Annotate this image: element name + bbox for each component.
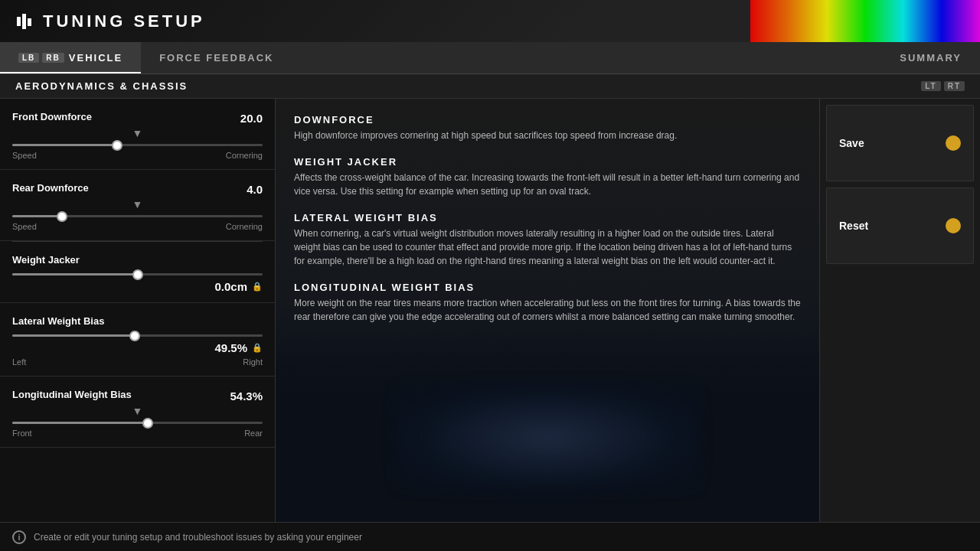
weight-jacker-header: Weight Jacker	[12, 254, 263, 269]
info-icon: i	[12, 530, 26, 544]
save-label: Save	[839, 137, 864, 149]
header-rainbow	[750, 0, 980, 42]
longitudinal-weight-bias-track	[12, 422, 263, 424]
longitudinal-weight-bias-label-front: Front	[12, 429, 32, 438]
longitudinal-weight-bias-labels: Front Rear	[12, 429, 263, 438]
rear-downforce-labels: Speed Cornering	[12, 222, 263, 231]
rear-downforce-label-cornering: Cornering	[226, 222, 263, 231]
action-panel: Save Reset	[819, 99, 980, 522]
rear-downforce-header: Rear Downforce 4.0	[12, 182, 263, 197]
save-dot	[946, 135, 961, 151]
lateral-weight-bias-label-left: Left	[12, 357, 26, 367]
weight-jacker-lock-icon: 🔒	[252, 282, 263, 292]
weight-jacker-thumb	[132, 269, 143, 280]
info-lateral-weight-bias: LATERAL WEIGHT BIAS When cornering, a ca…	[294, 212, 801, 268]
front-downforce-fill	[12, 144, 117, 146]
front-downforce-labels: Speed Cornering	[12, 151, 263, 160]
rear-downforce-thumb	[57, 211, 67, 222]
info-longitudinal-weight-bias-title: LONGITUDINAL WEIGHT BIAS	[294, 282, 801, 293]
rear-downforce-chevron: ▼	[132, 198, 143, 210]
info-weight-jacker: WEIGHT JACKER Affects the cross-weight b…	[294, 156, 801, 198]
longitudinal-weight-bias-title[interactable]: Longitudinal Weight Bias	[12, 389, 132, 400]
left-panel: Front Downforce 20.0 ▼ Speed Cornering	[0, 99, 276, 522]
info-icon-symbol: i	[18, 533, 20, 542]
right-info-panel: DOWNFORCE High downforce improves corner…	[276, 99, 819, 522]
weight-jacker-fill	[12, 273, 138, 276]
tab-vehicle-label: VEHICLE	[69, 52, 122, 64]
longitudinal-weight-bias-value: 54.3%	[230, 390, 263, 403]
front-downforce-header: Front Downforce 20.0	[12, 111, 263, 126]
setting-weight-jacker: Weight Jacker 0.0cm 🔒	[0, 242, 275, 303]
save-button[interactable]: Save	[826, 105, 974, 181]
lateral-weight-bias-thumb	[129, 331, 140, 341]
lateral-weight-bias-lock-icon: 🔒	[252, 343, 263, 353]
rear-downforce-track	[12, 215, 263, 217]
front-downforce-title[interactable]: Front Downforce	[12, 111, 92, 122]
lateral-weight-bias-title[interactable]: Lateral Weight Bias	[12, 315, 104, 327]
reset-label: Reset	[839, 220, 868, 232]
longitudinal-weight-bias-chevron: ▼	[132, 405, 143, 417]
front-downforce-value: 20.0	[240, 112, 263, 125]
lateral-weight-bias-labels: Left Right	[12, 357, 263, 367]
tab-summary[interactable]: SUMMARY	[881, 42, 980, 73]
setting-rear-downforce: Rear Downforce 4.0 ▼ Speed Cornering	[0, 170, 275, 241]
info-weight-jacker-text: Affects the cross-weight balance of the …	[294, 171, 801, 198]
longitudinal-weight-bias-header: Longitudinal Weight Bias 54.3%	[12, 389, 263, 403]
lateral-weight-bias-value-row: 49.5% 🔒	[12, 341, 263, 354]
weight-jacker-value-row: 0.0cm 🔒	[12, 280, 263, 293]
rb-badge: RB	[42, 53, 64, 63]
front-downforce-label-cornering: Cornering	[226, 151, 263, 160]
info-downforce-text: High downforce improves cornering at hig…	[294, 129, 801, 142]
front-downforce-track	[12, 144, 263, 146]
front-downforce-slider[interactable]	[12, 144, 263, 146]
info-longitudinal-weight-bias-text: More weight on the rear tires means more…	[294, 296, 801, 324]
reset-dot	[946, 218, 961, 233]
logo-icon	[15, 11, 37, 32]
longitudinal-weight-bias-fill	[12, 422, 148, 424]
longitudinal-weight-bias-slider[interactable]	[12, 422, 263, 424]
main-row: Front Downforce 20.0 ▼ Speed Cornering	[0, 99, 980, 522]
vehicle-badges: LB RB	[18, 53, 64, 63]
tab-summary-label: SUMMARY	[900, 52, 962, 64]
section-header: AERODYNAMICS & CHASSIS LT RT	[0, 74, 980, 99]
info-downforce-title: DOWNFORCE	[294, 114, 801, 126]
info-longitudinal-weight-bias: LONGITUDINAL WEIGHT BIAS More weight on …	[294, 282, 801, 324]
tab-force-feedback[interactable]: FORCE FEEDBACK	[141, 42, 292, 73]
lateral-weight-bias-slider[interactable]	[12, 334, 263, 337]
info-weight-jacker-title: WEIGHT JACKER	[294, 156, 801, 168]
section-title: AERODYNAMICS & CHASSIS	[15, 80, 188, 92]
content-wrapper: AERODYNAMICS & CHASSIS LT RT Front Downf…	[0, 74, 980, 522]
rear-downforce-slider[interactable]	[12, 215, 263, 217]
rt-badge: RT	[944, 81, 965, 91]
weight-jacker-slider[interactable]	[12, 273, 263, 276]
lateral-weight-bias-fill	[12, 334, 135, 337]
car-shape	[394, 384, 701, 491]
lateral-weight-bias-value: 49.5%	[214, 341, 247, 354]
footer-message: Create or edit your tuning setup and tro…	[34, 532, 362, 543]
car-background	[276, 308, 819, 522]
svg-rect-2	[28, 18, 31, 26]
lt-badge: LT	[921, 81, 940, 91]
rear-downforce-fill	[12, 215, 62, 217]
lateral-weight-bias-track	[12, 334, 263, 337]
lateral-weight-bias-header: Lateral Weight Bias	[12, 315, 263, 330]
info-lateral-weight-bias-title: LATERAL WEIGHT BIAS	[294, 212, 801, 223]
reset-button[interactable]: Reset	[826, 187, 974, 264]
rear-downforce-title[interactable]: Rear Downforce	[12, 182, 89, 194]
rear-downforce-label-speed: Speed	[12, 222, 37, 231]
nav-bar: LB RB VEHICLE FORCE FEEDBACK SUMMARY	[0, 42, 980, 74]
weight-jacker-title[interactable]: Weight Jacker	[12, 254, 80, 266]
tab-vehicle[interactable]: LB RB VEHICLE	[0, 42, 141, 73]
svg-rect-1	[22, 14, 26, 29]
front-downforce-chevron: ▼	[132, 127, 143, 139]
header-logo: TUNING SETUP	[15, 11, 205, 32]
front-downforce-label-speed: Speed	[12, 151, 37, 160]
header: TUNING SETUP	[0, 0, 980, 42]
weight-jacker-value: 0.0cm	[214, 280, 247, 293]
setting-front-downforce: Front Downforce 20.0 ▼ Speed Cornering	[0, 99, 275, 170]
longitudinal-weight-bias-label-rear: Rear	[244, 429, 263, 438]
tab-force-feedback-label: FORCE FEEDBACK	[159, 52, 273, 64]
lateral-weight-bias-label-right: Right	[243, 357, 263, 367]
setting-longitudinal-weight-bias: Longitudinal Weight Bias 54.3% ▼ Front R…	[0, 377, 275, 448]
weight-jacker-track	[12, 273, 263, 276]
